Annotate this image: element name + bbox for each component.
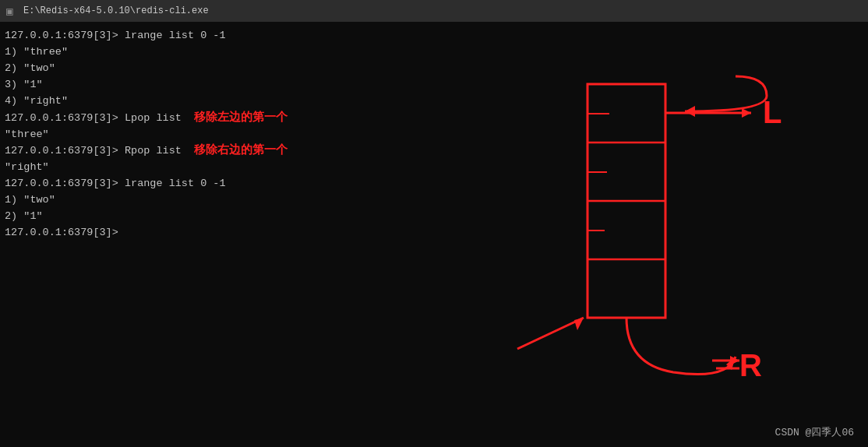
R-label: R (739, 348, 762, 382)
line-1: 127.0.0.1:6379[3]> lrange list 0 -1 (5, 28, 863, 44)
svg-marker-7 (685, 106, 695, 117)
diagram-container: L R (494, 53, 821, 427)
watermark: CSDN @四季人06 (775, 425, 854, 439)
title-bar: ▣ E:\Redis-x64-5.0.10\redis-cli.exe (0, 0, 868, 22)
line-8-cmd: 127.0.0.1:6379[3]> Rpop list (5, 143, 194, 160)
line-8-annotation: 移除右边的第一个 (194, 143, 288, 157)
line-6-cmd: 127.0.0.1:6379[3]> Lpop list (5, 111, 194, 127)
L-label: L (763, 95, 782, 129)
terminal-body: 127.0.0.1:6379[3]> lrange list 0 -1 1) "… (0, 22, 868, 447)
title-bar-text: E:\Redis-x64-5.0.10\redis-cli.exe (23, 5, 209, 16)
list-diagram-svg: L R (494, 53, 821, 419)
svg-marker-9 (574, 318, 584, 330)
terminal-icon: ▣ (6, 5, 19, 17)
line-6-annotation: 移除左边的第一个 (194, 110, 288, 125)
svg-marker-8 (742, 108, 751, 118)
